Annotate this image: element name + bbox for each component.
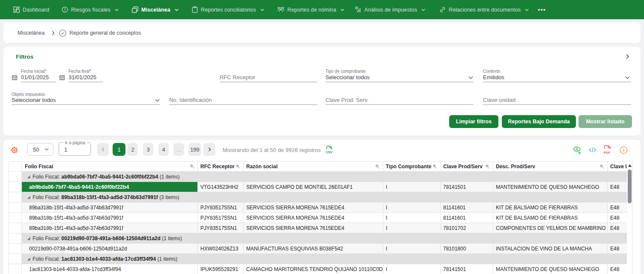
svg-text:PDF: PDF [604, 151, 610, 155]
svg-text:CSV: CSV [326, 150, 332, 154]
